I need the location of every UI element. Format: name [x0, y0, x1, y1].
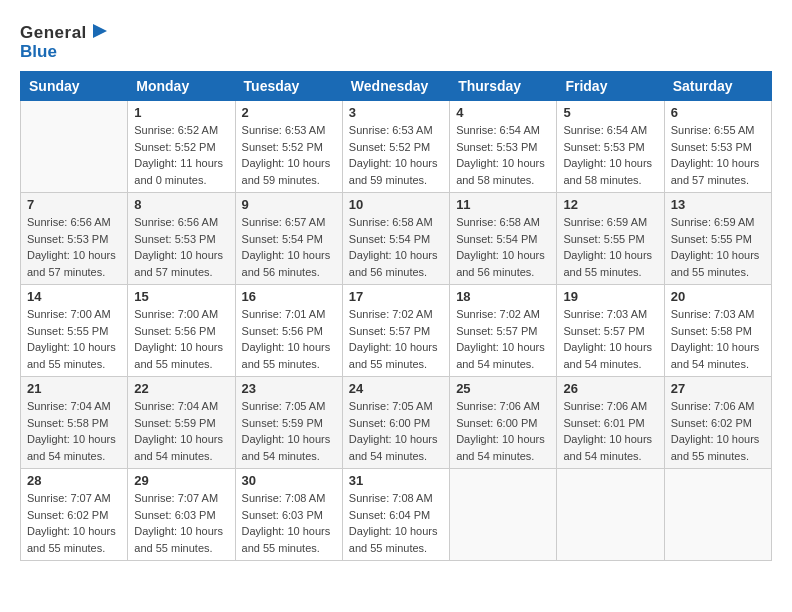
calendar-cell: 6Sunrise: 6:55 AMSunset: 5:53 PMDaylight…	[664, 101, 771, 193]
calendar-cell: 27Sunrise: 7:06 AMSunset: 6:02 PMDayligh…	[664, 377, 771, 469]
day-info: Sunrise: 7:02 AMSunset: 5:57 PMDaylight:…	[456, 306, 550, 372]
svg-marker-0	[93, 24, 107, 38]
logo-chevron-icon	[89, 20, 111, 42]
day-info: Sunrise: 6:59 AMSunset: 5:55 PMDaylight:…	[671, 214, 765, 280]
calendar-cell: 19Sunrise: 7:03 AMSunset: 5:57 PMDayligh…	[557, 285, 664, 377]
day-info: Sunrise: 6:59 AMSunset: 5:55 PMDaylight:…	[563, 214, 657, 280]
calendar-cell: 17Sunrise: 7:02 AMSunset: 5:57 PMDayligh…	[342, 285, 449, 377]
day-number: 14	[27, 289, 121, 304]
weekday-header-sunday: Sunday	[21, 72, 128, 101]
calendar-cell: 7Sunrise: 6:56 AMSunset: 5:53 PMDaylight…	[21, 193, 128, 285]
calendar-cell: 11Sunrise: 6:58 AMSunset: 5:54 PMDayligh…	[450, 193, 557, 285]
calendar-table: SundayMondayTuesdayWednesdayThursdayFrid…	[20, 71, 772, 561]
calendar-cell: 3Sunrise: 6:53 AMSunset: 5:52 PMDaylight…	[342, 101, 449, 193]
day-number: 20	[671, 289, 765, 304]
day-info: Sunrise: 7:08 AMSunset: 6:04 PMDaylight:…	[349, 490, 443, 556]
day-number: 15	[134, 289, 228, 304]
day-number: 17	[349, 289, 443, 304]
day-info: Sunrise: 7:03 AMSunset: 5:57 PMDaylight:…	[563, 306, 657, 372]
day-number: 23	[242, 381, 336, 396]
day-info: Sunrise: 7:04 AMSunset: 5:59 PMDaylight:…	[134, 398, 228, 464]
day-info: Sunrise: 6:54 AMSunset: 5:53 PMDaylight:…	[456, 122, 550, 188]
day-info: Sunrise: 7:03 AMSunset: 5:58 PMDaylight:…	[671, 306, 765, 372]
day-number: 31	[349, 473, 443, 488]
day-number: 7	[27, 197, 121, 212]
calendar-cell	[557, 469, 664, 561]
day-number: 4	[456, 105, 550, 120]
calendar-cell: 10Sunrise: 6:58 AMSunset: 5:54 PMDayligh…	[342, 193, 449, 285]
calendar-cell: 4Sunrise: 6:54 AMSunset: 5:53 PMDaylight…	[450, 101, 557, 193]
day-info: Sunrise: 6:56 AMSunset: 5:53 PMDaylight:…	[27, 214, 121, 280]
day-number: 5	[563, 105, 657, 120]
calendar-cell: 15Sunrise: 7:00 AMSunset: 5:56 PMDayligh…	[128, 285, 235, 377]
day-number: 24	[349, 381, 443, 396]
calendar-cell	[450, 469, 557, 561]
day-number: 25	[456, 381, 550, 396]
day-info: Sunrise: 7:08 AMSunset: 6:03 PMDaylight:…	[242, 490, 336, 556]
day-info: Sunrise: 7:05 AMSunset: 6:00 PMDaylight:…	[349, 398, 443, 464]
day-number: 30	[242, 473, 336, 488]
calendar-cell	[21, 101, 128, 193]
weekday-header-thursday: Thursday	[450, 72, 557, 101]
day-number: 19	[563, 289, 657, 304]
day-info: Sunrise: 7:06 AMSunset: 6:00 PMDaylight:…	[456, 398, 550, 464]
calendar-cell: 9Sunrise: 6:57 AMSunset: 5:54 PMDaylight…	[235, 193, 342, 285]
day-number: 21	[27, 381, 121, 396]
calendar-cell: 31Sunrise: 7:08 AMSunset: 6:04 PMDayligh…	[342, 469, 449, 561]
day-number: 13	[671, 197, 765, 212]
day-info: Sunrise: 7:00 AMSunset: 5:56 PMDaylight:…	[134, 306, 228, 372]
calendar-cell: 8Sunrise: 6:56 AMSunset: 5:53 PMDaylight…	[128, 193, 235, 285]
weekday-header-monday: Monday	[128, 72, 235, 101]
calendar-cell: 28Sunrise: 7:07 AMSunset: 6:02 PMDayligh…	[21, 469, 128, 561]
day-info: Sunrise: 7:06 AMSunset: 6:02 PMDaylight:…	[671, 398, 765, 464]
day-number: 26	[563, 381, 657, 396]
calendar-cell: 13Sunrise: 6:59 AMSunset: 5:55 PMDayligh…	[664, 193, 771, 285]
day-info: Sunrise: 7:04 AMSunset: 5:58 PMDaylight:…	[27, 398, 121, 464]
day-number: 2	[242, 105, 336, 120]
calendar-cell: 26Sunrise: 7:06 AMSunset: 6:01 PMDayligh…	[557, 377, 664, 469]
calendar-cell: 14Sunrise: 7:00 AMSunset: 5:55 PMDayligh…	[21, 285, 128, 377]
day-info: Sunrise: 7:00 AMSunset: 5:55 PMDaylight:…	[27, 306, 121, 372]
weekday-header-tuesday: Tuesday	[235, 72, 342, 101]
day-info: Sunrise: 6:53 AMSunset: 5:52 PMDaylight:…	[242, 122, 336, 188]
calendar-cell: 1Sunrise: 6:52 AMSunset: 5:52 PMDaylight…	[128, 101, 235, 193]
calendar-cell: 5Sunrise: 6:54 AMSunset: 5:53 PMDaylight…	[557, 101, 664, 193]
day-number: 28	[27, 473, 121, 488]
calendar-week-row: 14Sunrise: 7:00 AMSunset: 5:55 PMDayligh…	[21, 285, 772, 377]
day-number: 3	[349, 105, 443, 120]
day-number: 27	[671, 381, 765, 396]
calendar-cell: 25Sunrise: 7:06 AMSunset: 6:00 PMDayligh…	[450, 377, 557, 469]
page-header: General Blue	[20, 20, 772, 61]
day-number: 8	[134, 197, 228, 212]
calendar-cell: 18Sunrise: 7:02 AMSunset: 5:57 PMDayligh…	[450, 285, 557, 377]
day-info: Sunrise: 7:02 AMSunset: 5:57 PMDaylight:…	[349, 306, 443, 372]
calendar-cell: 16Sunrise: 7:01 AMSunset: 5:56 PMDayligh…	[235, 285, 342, 377]
calendar-week-row: 7Sunrise: 6:56 AMSunset: 5:53 PMDaylight…	[21, 193, 772, 285]
day-info: Sunrise: 7:01 AMSunset: 5:56 PMDaylight:…	[242, 306, 336, 372]
day-number: 29	[134, 473, 228, 488]
logo-text: General Blue	[20, 20, 111, 61]
day-info: Sunrise: 6:53 AMSunset: 5:52 PMDaylight:…	[349, 122, 443, 188]
calendar-week-row: 1Sunrise: 6:52 AMSunset: 5:52 PMDaylight…	[21, 101, 772, 193]
day-info: Sunrise: 7:05 AMSunset: 5:59 PMDaylight:…	[242, 398, 336, 464]
day-info: Sunrise: 6:58 AMSunset: 5:54 PMDaylight:…	[349, 214, 443, 280]
day-number: 16	[242, 289, 336, 304]
day-info: Sunrise: 6:57 AMSunset: 5:54 PMDaylight:…	[242, 214, 336, 280]
day-number: 18	[456, 289, 550, 304]
day-number: 9	[242, 197, 336, 212]
weekday-header-row: SundayMondayTuesdayWednesdayThursdayFrid…	[21, 72, 772, 101]
day-number: 10	[349, 197, 443, 212]
day-info: Sunrise: 7:07 AMSunset: 6:02 PMDaylight:…	[27, 490, 121, 556]
calendar-cell: 2Sunrise: 6:53 AMSunset: 5:52 PMDaylight…	[235, 101, 342, 193]
day-number: 1	[134, 105, 228, 120]
day-info: Sunrise: 7:07 AMSunset: 6:03 PMDaylight:…	[134, 490, 228, 556]
day-info: Sunrise: 7:06 AMSunset: 6:01 PMDaylight:…	[563, 398, 657, 464]
calendar-cell: 24Sunrise: 7:05 AMSunset: 6:00 PMDayligh…	[342, 377, 449, 469]
calendar-cell: 22Sunrise: 7:04 AMSunset: 5:59 PMDayligh…	[128, 377, 235, 469]
calendar-cell	[664, 469, 771, 561]
weekday-header-friday: Friday	[557, 72, 664, 101]
day-info: Sunrise: 6:58 AMSunset: 5:54 PMDaylight:…	[456, 214, 550, 280]
day-number: 12	[563, 197, 657, 212]
weekday-header-wednesday: Wednesday	[342, 72, 449, 101]
calendar-cell: 30Sunrise: 7:08 AMSunset: 6:03 PMDayligh…	[235, 469, 342, 561]
